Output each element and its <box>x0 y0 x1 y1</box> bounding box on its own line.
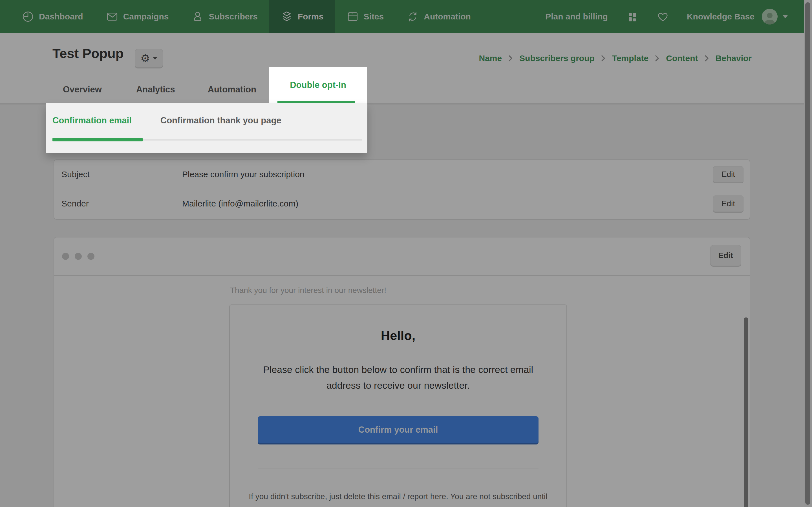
tab-confirmation-email[interactable]: Confirmation email <box>52 115 132 126</box>
subtab-active-underline <box>52 138 143 142</box>
active-tab-underline <box>277 101 355 103</box>
double-opt-in-subtabs-panel: Confirmation email Confirmation thank yo… <box>46 103 367 153</box>
tab-double-opt-in-label: Double opt-In <box>290 80 346 90</box>
dim-overlay <box>0 0 812 507</box>
tab-double-opt-in[interactable]: Double opt-In <box>269 67 367 103</box>
app-window: Dashboard Campaigns Subscribers Forms Si… <box>0 0 812 507</box>
subtabs: Confirmation email Confirmation thank yo… <box>52 115 282 126</box>
tab-confirmation-thank-you-page[interactable]: Confirmation thank you page <box>160 115 282 126</box>
